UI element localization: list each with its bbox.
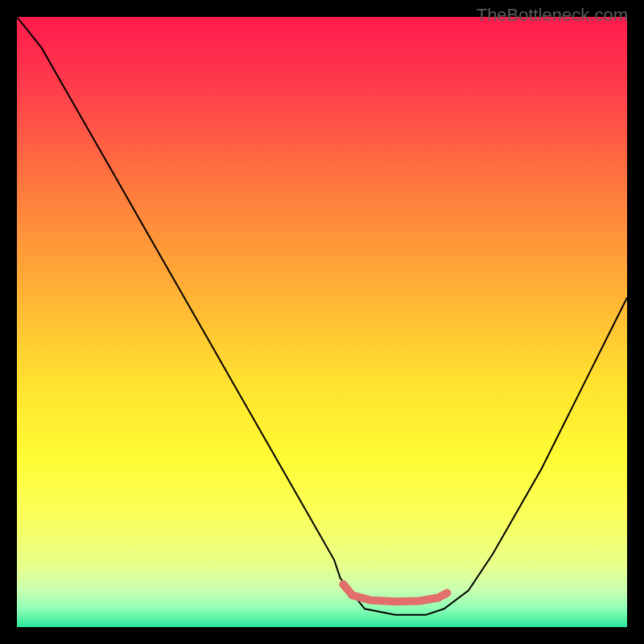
plot-area: [17, 17, 627, 627]
chart-background: [17, 17, 627, 627]
chart-svg: [17, 17, 627, 627]
watermark-text: TheBottleneck.com: [477, 5, 628, 26]
flat-marker-dot: [340, 580, 348, 588]
